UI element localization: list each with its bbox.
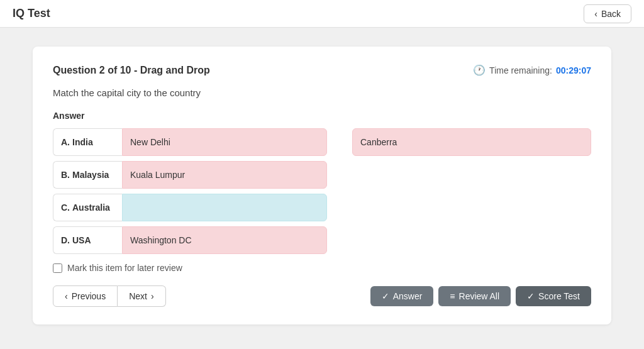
options-list: A. India New Delhi B. Malaysia Kuala Lum… bbox=[53, 128, 327, 254]
option-letter-b: B. bbox=[61, 170, 70, 180]
option-letter-d: D. bbox=[61, 235, 70, 245]
option-label-a: A. India bbox=[53, 128, 122, 156]
instruction: Match the capital city to the country bbox=[53, 87, 591, 98]
prev-chevron-icon: ‹ bbox=[65, 291, 68, 301]
drop-value-b: Kuala Lumpur bbox=[130, 170, 185, 180]
action-buttons: ✓ Answer ≡ Review All ✓ Score Test bbox=[370, 286, 591, 306]
drop-box-c[interactable] bbox=[122, 194, 327, 221]
next-button[interactable]: Next › bbox=[118, 285, 165, 307]
review-list-icon: ≡ bbox=[450, 291, 455, 301]
bottom-navigation: ‹ Previous Next › ✓ Answer ≡ Review All … bbox=[53, 285, 591, 307]
option-country-b: Malaysia bbox=[72, 170, 109, 180]
app-title: IQ Test bbox=[13, 7, 50, 20]
score-check-icon: ✓ bbox=[527, 291, 535, 301]
option-row-d: D. USA Washington DC bbox=[53, 226, 327, 254]
timer: 🕐 Time remaining: 00:29:07 bbox=[473, 64, 591, 76]
drop-value-a: New Delhi bbox=[130, 137, 170, 147]
option-country-c: Australia bbox=[72, 202, 110, 213]
option-row-a: A. India New Delhi bbox=[53, 128, 327, 156]
answer-label: Answer bbox=[393, 291, 423, 301]
question-title: Question 2 of 10 - Drag and Drop bbox=[53, 65, 210, 76]
option-label-d: D. USA bbox=[53, 226, 122, 254]
timer-value: 00:29:07 bbox=[556, 65, 591, 75]
question-card: Question 2 of 10 - Drag and Drop 🕐 Time … bbox=[33, 47, 611, 324]
option-label-b: B. Malaysia bbox=[53, 161, 122, 189]
chevron-left-icon: ‹ bbox=[594, 9, 597, 19]
back-label: Back bbox=[601, 9, 621, 19]
option-row-c: C. Australia bbox=[53, 194, 327, 221]
score-test-label: Score Test bbox=[538, 291, 580, 301]
option-label-c: C. Australia bbox=[53, 194, 122, 221]
back-button[interactable]: ‹ Back bbox=[584, 4, 631, 23]
previous-label: Previous bbox=[72, 291, 106, 301]
drag-drop-area: A. India New Delhi B. Malaysia Kuala Lum… bbox=[53, 128, 591, 254]
next-chevron-icon: › bbox=[151, 291, 154, 301]
option-country-d: USA bbox=[72, 235, 91, 245]
drop-box-d[interactable]: Washington DC bbox=[122, 226, 327, 254]
drop-box-a[interactable]: New Delhi bbox=[122, 128, 327, 156]
previous-button[interactable]: ‹ Previous bbox=[53, 285, 118, 307]
answer-button[interactable]: ✓ Answer bbox=[370, 286, 434, 306]
prev-next-buttons: ‹ Previous Next › bbox=[53, 285, 166, 307]
question-header: Question 2 of 10 - Drag and Drop 🕐 Time … bbox=[53, 64, 591, 76]
answer-check-icon: ✓ bbox=[382, 291, 389, 301]
next-label: Next bbox=[129, 291, 147, 301]
review-all-button[interactable]: ≡ Review All bbox=[438, 286, 511, 306]
option-letter-a: A. bbox=[61, 137, 70, 147]
mark-review-label: Mark this item for later review bbox=[67, 263, 182, 273]
option-letter-c: C. bbox=[61, 202, 70, 213]
answer-section-label: Answer bbox=[53, 111, 591, 121]
right-drop-zone: Canberra bbox=[352, 128, 591, 254]
option-country-a: India bbox=[72, 137, 93, 147]
review-all-label: Review All bbox=[459, 291, 500, 301]
app-header: IQ Test ‹ Back bbox=[0, 0, 644, 28]
score-test-button[interactable]: ✓ Score Test bbox=[516, 286, 591, 306]
right-drop-box[interactable]: Canberra bbox=[352, 128, 591, 156]
mark-review-checkbox[interactable] bbox=[53, 263, 62, 273]
drop-value-d: Washington DC bbox=[130, 235, 192, 245]
option-row-b: B. Malaysia Kuala Lumpur bbox=[53, 161, 327, 189]
clock-icon: 🕐 bbox=[473, 64, 486, 76]
drop-box-b[interactable]: Kuala Lumpur bbox=[122, 161, 327, 189]
timer-label: Time remaining: bbox=[489, 65, 552, 75]
mark-review-row: Mark this item for later review bbox=[53, 263, 591, 273]
right-drop-value: Canberra bbox=[360, 137, 397, 147]
